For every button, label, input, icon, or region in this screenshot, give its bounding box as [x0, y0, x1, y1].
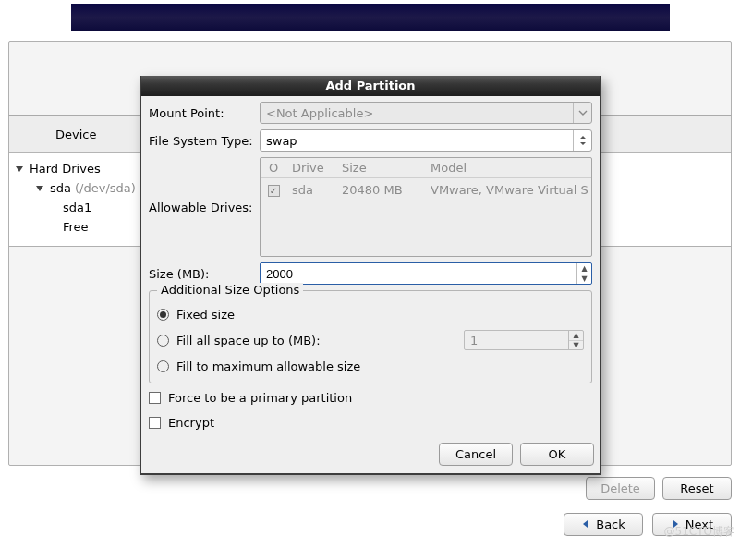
radio-fill-up-to[interactable]: Fill all space up to (MB): 1 ▲ ▼ — [157, 327, 584, 353]
button-label: Back — [596, 517, 625, 531]
drives-header: O Drive Size Model — [261, 158, 591, 178]
radio-fixed-size[interactable]: Fixed size — [157, 301, 584, 327]
drive-row-model: VMware, VMware Virtual S — [425, 183, 591, 197]
tree-label: sda1 — [63, 201, 91, 214]
back-button[interactable]: Back — [564, 513, 643, 536]
checkbox-checked-icon: ✓ — [268, 185, 280, 197]
radio-icon — [157, 360, 169, 372]
nav-buttons: Back Next — [564, 513, 732, 536]
allowable-drives-label: Allowable Drives: — [149, 201, 260, 214]
fs-type-combobox[interactable]: swap — [260, 129, 592, 152]
drive-row-name: sda — [286, 183, 336, 197]
ok-button[interactable]: OK — [520, 443, 594, 466]
spin-down-icon: ▼ — [569, 341, 583, 350]
cancel-button[interactable]: Cancel — [439, 443, 513, 466]
mount-point-label: Mount Point: — [149, 106, 260, 120]
delete-button[interactable]: Delete — [586, 477, 655, 500]
button-label: OK — [549, 447, 566, 461]
col-size: Size — [336, 161, 425, 175]
drive-row-size: 20480 MB — [336, 183, 425, 197]
chevron-down-icon[interactable] — [573, 103, 591, 123]
dialog-body: Mount Point: <Not Applicable> File Syste… — [141, 96, 600, 437]
checkbox-label: Encrypt — [168, 416, 214, 430]
allowable-drives-row: Allowable Drives: O Drive Size Model ✓ s… — [149, 157, 592, 257]
button-label: Delete — [600, 481, 640, 495]
radio-icon — [157, 309, 169, 321]
device-column-header: Device — [9, 128, 96, 141]
dialog-buttons: Cancel OK — [141, 437, 600, 473]
tree-label: Hard Drives — [30, 162, 101, 176]
dialog-title[interactable]: Add Partition — [141, 76, 600, 96]
tree-label: Free — [63, 220, 89, 234]
button-label: Cancel — [455, 447, 496, 461]
checkbox-label: Force to be a primary partition — [168, 391, 352, 405]
fs-type-label: File System Type: — [149, 134, 260, 148]
size-row: Size (MB): ▲ ▼ — [149, 262, 592, 285]
force-primary-row[interactable]: Force to be a primary partition — [149, 386, 592, 408]
radio-fill-max[interactable]: Fill to maximum allowable size — [157, 353, 584, 379]
arrow-right-icon — [671, 517, 680, 531]
chevron-down-icon[interactable] — [35, 184, 46, 193]
allowable-drives-list[interactable]: O Drive Size Model ✓ sda 20480 MB VMware… — [260, 157, 592, 257]
checkbox-icon[interactable] — [149, 392, 161, 404]
mount-point-value: <Not Applicable> — [261, 106, 573, 120]
spin-up-icon: ▲ — [569, 331, 583, 341]
size-field[interactable] — [261, 263, 576, 284]
size-label: Size (MB): — [149, 267, 260, 281]
fill-up-to-input: 1 ▲ ▼ — [464, 330, 584, 350]
tree-label: sda — [50, 181, 71, 195]
next-button[interactable]: Next — [652, 513, 732, 536]
arrow-left-icon — [581, 517, 590, 531]
col-drive: Drive — [286, 161, 336, 175]
spin-up-icon[interactable]: ▲ — [577, 263, 591, 274]
fs-type-row: File System Type: swap — [149, 129, 592, 152]
action-buttons: Delete Reset — [586, 477, 732, 500]
radio-label: Fill to maximum allowable size — [176, 359, 360, 373]
additional-size-options: Additional Size Options Fixed size Fill … — [149, 290, 592, 383]
button-label: Reset — [680, 481, 713, 495]
mount-point-row: Mount Point: <Not Applicable> — [149, 102, 592, 124]
reset-button[interactable]: Reset — [662, 477, 732, 500]
size-input[interactable]: ▲ ▼ — [260, 262, 592, 285]
col-model: Model — [425, 161, 591, 175]
drive-row-check[interactable]: ✓ — [261, 183, 286, 197]
mount-point-combobox[interactable]: <Not Applicable> — [260, 102, 592, 124]
fs-type-value: swap — [261, 134, 573, 148]
spin-buttons[interactable]: ▲ ▼ — [576, 263, 591, 284]
fill-up-to-value: 1 — [465, 331, 568, 349]
top-banner — [71, 4, 670, 31]
checkbox-icon[interactable] — [149, 417, 161, 429]
additional-size-legend: Additional Size Options — [157, 283, 303, 297]
drive-row[interactable]: ✓ sda 20480 MB VMware, VMware Virtual S — [261, 178, 591, 201]
add-partition-dialog: Add Partition Mount Point: <Not Applicab… — [140, 76, 601, 475]
encrypt-row[interactable]: Encrypt — [149, 411, 592, 433]
spin-buttons: ▲ ▼ — [568, 331, 583, 349]
radio-icon — [157, 335, 169, 347]
chevron-down-icon[interactable] — [15, 164, 26, 174]
spinner-toggle-icon[interactable] — [573, 130, 591, 151]
spin-down-icon[interactable]: ▼ — [577, 274, 591, 285]
tree-sublabel: (/dev/sda) — [75, 181, 136, 195]
col-check: O — [261, 161, 286, 175]
button-label: Next — [685, 517, 713, 531]
radio-label: Fill all space up to (MB): — [176, 334, 321, 347]
radio-label: Fixed size — [176, 308, 235, 322]
